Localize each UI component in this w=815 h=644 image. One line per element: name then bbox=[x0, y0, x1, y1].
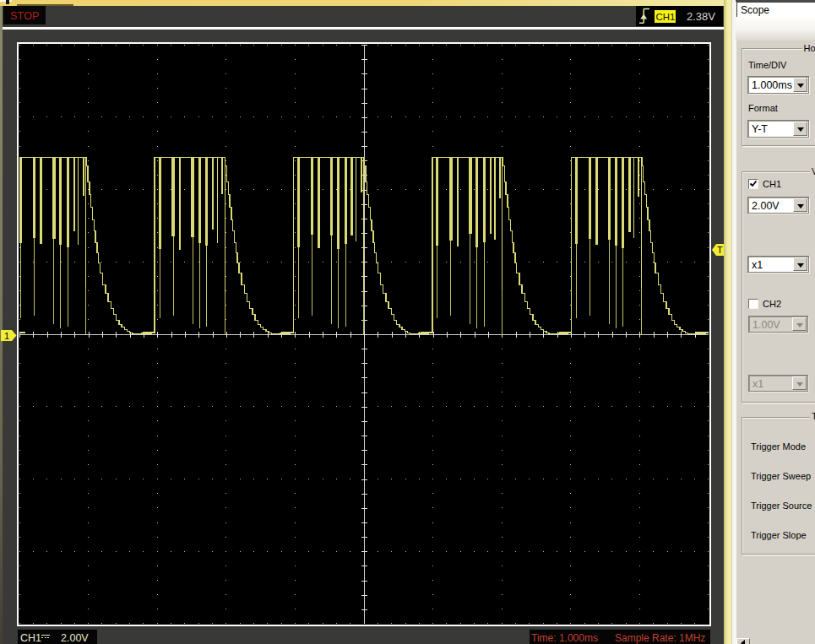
svg-text:1: 1 bbox=[4, 331, 9, 341]
svg-text:T: T bbox=[717, 245, 723, 255]
